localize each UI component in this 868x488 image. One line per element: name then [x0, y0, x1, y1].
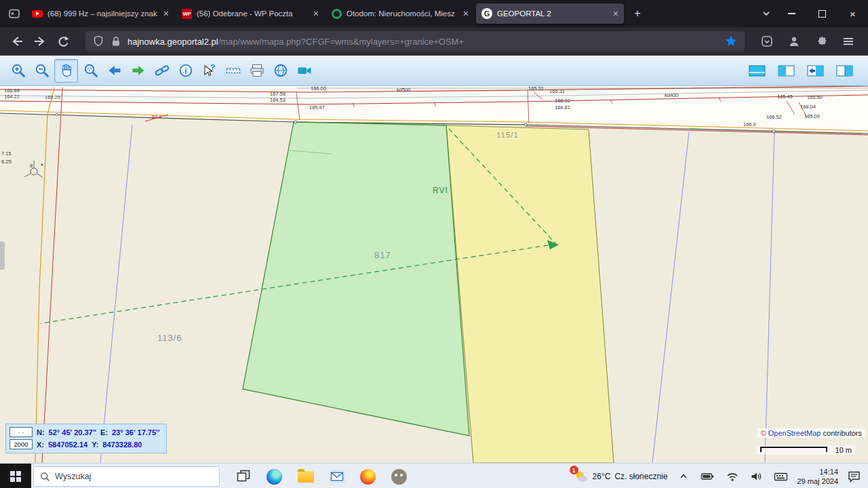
tab-wp-poczta[interactable]: WP (56) Odebrane - WP Poczta × [176, 3, 324, 24]
stream-button[interactable] [293, 60, 315, 82]
clock[interactable]: 14:14 29 maj 2024 [797, 467, 838, 487]
tab-title: GEOPORTAL 2 [497, 9, 608, 18]
taskbar-app-icons [235, 468, 408, 485]
parcel-817-polygon[interactable] [243, 122, 469, 436]
window-minimize-button[interactable] [776, 0, 807, 27]
weather-widget[interactable]: 1 26°C Cz. słonecznie [574, 469, 668, 484]
edge-button[interactable] [266, 468, 283, 485]
coord-format-button[interactable]: · · [9, 427, 33, 437]
info-button[interactable]: i [174, 60, 197, 82]
zoom-out-button[interactable] [31, 60, 53, 82]
zoom-out-icon [34, 62, 50, 79]
identify-button[interactable]: ? [198, 60, 220, 82]
file-explorer-button[interactable] [297, 468, 314, 485]
panel-layout-right-button[interactable] [833, 60, 856, 82]
zoom-extent-button[interactable] [79, 60, 102, 82]
tab-geoportal-active[interactable]: G GEOPORTAL 2 × [476, 3, 624, 24]
account-button[interactable] [784, 31, 804, 52]
back-arrow-icon [9, 34, 24, 49]
forward-button[interactable] [30, 31, 50, 52]
scale-bar-line [760, 447, 827, 452]
panel-layout-right-icon [836, 64, 854, 77]
search-icon [40, 472, 50, 482]
new-tab-button[interactable]: + [628, 4, 647, 23]
tab-otodom[interactable]: Otodom: Nieruchomości, Miesz × [326, 3, 474, 24]
zoom-in-icon [10, 62, 26, 79]
folder-icon [298, 471, 314, 483]
gimp-icon [391, 469, 407, 485]
extensions-button[interactable] [811, 31, 831, 52]
pan-button[interactable] [54, 59, 78, 83]
pocket-button[interactable] [757, 31, 777, 52]
reload-icon [56, 35, 70, 48]
back-button[interactable] [7, 31, 27, 52]
notification-center-button[interactable] [846, 468, 863, 485]
geoportal-favicon-icon: G [481, 8, 492, 19]
hidden-icons-button[interactable] [675, 468, 692, 485]
zoom-in-button[interactable] [7, 60, 29, 82]
panel-layout-full-button[interactable] [746, 60, 768, 82]
windows-taskbar: Wyszukaj 1 26°C Cz. słonecznie [0, 463, 868, 488]
globe-button[interactable] [269, 60, 292, 82]
url-path: /map/www/mapa.php?CFGF=wms&mylayers=+gra… [218, 37, 464, 47]
bookmark-star-icon[interactable] [724, 35, 738, 48]
identify-cursor-icon: ? [201, 62, 218, 79]
link-to-view-button[interactable] [151, 60, 173, 82]
pocket-icon [760, 35, 774, 48]
coordinate-panel: · · N: 52° 45' 20.37'' E: 23° 36' 17.75'… [5, 424, 167, 453]
panel-layout-left-button[interactable] [775, 60, 797, 82]
measure-button[interactable] [222, 60, 244, 82]
network-indicator[interactable] [724, 468, 741, 485]
list-all-tabs-button[interactable] [756, 3, 776, 24]
map-viewport: 166.88 164.22 165.29 167.58 164.53 166.0… [0, 86, 868, 463]
forward-arrow-icon [33, 34, 47, 49]
info-icon: i [178, 62, 194, 79]
openstreetmap-link[interactable]: OpenStreetMap [768, 429, 821, 437]
elevation-label: 164.81 [555, 104, 570, 110]
tab-youtube[interactable]: (68) 999 Hz – najsilniejszy znak E × [26, 3, 174, 24]
previous-view-button[interactable] [103, 60, 125, 82]
y-value: 8473328.80 [102, 441, 142, 449]
mail-envelope-icon [329, 468, 345, 485]
firefox-view-button[interactable] [4, 3, 24, 24]
parcel-115-1-polygon[interactable] [446, 125, 614, 463]
reload-button[interactable] [53, 31, 73, 52]
copyright-symbol: © [761, 429, 766, 437]
tab-close-button[interactable]: × [613, 9, 618, 18]
url-host: hajnowka.geoportal2.pl [127, 37, 218, 47]
browser-tab-bar: (68) 999 Hz – najsilniejszy znak E × WP … [0, 0, 868, 27]
panel-layout-arrow-button[interactable] [804, 60, 827, 82]
menu-button[interactable] [838, 31, 859, 52]
mail-button[interactable] [328, 468, 345, 485]
cadastral-map[interactable]: 166.88 164.22 165.29 167.58 164.53 166.0… [0, 86, 868, 463]
next-view-button[interactable] [127, 60, 149, 82]
panel-layout-full-icon [749, 64, 766, 77]
tab-close-button[interactable]: × [313, 9, 319, 18]
gimp-button[interactable] [391, 468, 408, 485]
projected-coords-row: 2000 X: 5847052.14 Y: 8473328.80 [9, 439, 159, 449]
elevation-label: 6.25 [1, 159, 12, 165]
window-close-button[interactable]: × [837, 0, 868, 27]
tab-close-button[interactable]: × [163, 9, 169, 18]
window-maximize-button[interactable] [807, 0, 837, 27]
volume-indicator[interactable] [748, 468, 765, 485]
crs-scale-button[interactable]: 2000 [9, 439, 33, 449]
land-use-rvi-label: RVI [433, 186, 448, 195]
start-button[interactable] [0, 464, 31, 488]
elevation-label: 168.04 [800, 104, 816, 110]
firefox-button[interactable] [359, 468, 376, 485]
sidebar-toggle-handle[interactable] [0, 241, 5, 270]
url-bar[interactable]: hajnowka.geoportal2.pl/map/www/mapa.php?… [85, 31, 745, 52]
tab-close-button[interactable]: × [463, 9, 469, 18]
zoom-extent-icon [83, 62, 99, 79]
touch-keyboard-button[interactable] [772, 468, 789, 485]
task-view-button[interactable] [235, 468, 252, 485]
search-placeholder: Wyszukaj [55, 472, 91, 481]
battery-indicator[interactable] [699, 468, 716, 485]
weather-badge: 1 [570, 466, 578, 474]
weather-icon: 1 [574, 469, 589, 484]
panel-layout-left-icon [778, 64, 795, 77]
taskbar-search-input[interactable]: Wyszukaj [33, 466, 220, 487]
print-button[interactable] [245, 60, 268, 82]
pipe-label: kd400 [665, 92, 678, 98]
